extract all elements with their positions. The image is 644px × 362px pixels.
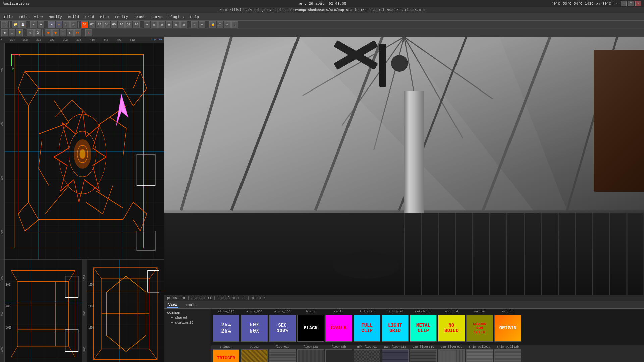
maximize-button[interactable]: □: [628, 1, 634, 6]
tex-item-floor02a: floor02a: [297, 345, 324, 362]
tb-sep3: [46, 22, 47, 28]
tb-sep7: [207, 22, 208, 28]
menu-edit[interactable]: Edit: [16, 14, 30, 20]
tb-redo[interactable]: ↪: [38, 21, 44, 28]
tb-grid2[interactable]: G2: [89, 21, 95, 28]
tex-thumb2-base3[interactable]: [241, 349, 268, 362]
tb2-camera[interactable]: ◉: [1, 29, 8, 36]
menu-grid[interactable]: Grid: [83, 14, 97, 20]
tex-item-base3: base3: [241, 345, 268, 362]
tb-view5[interactable]: ▧: [173, 21, 180, 28]
tex-item-pan-floor01b: pan_floor01b: [410, 345, 437, 362]
ruler-vertical-side: 1000 1100 1200: [82, 260, 87, 362]
tb2-ortho[interactable]: □: [9, 29, 15, 36]
menu-entity[interactable]: Entity: [112, 14, 131, 20]
menu-modify[interactable]: Modify: [46, 14, 65, 20]
tb-save[interactable]: 💾: [19, 21, 26, 28]
tex-thumb-origin[interactable]: ORIGIN: [494, 315, 521, 342]
tex-item-gfx-floor01: gfx_floor01: [354, 345, 380, 362]
tb-cubemap[interactable]: ⬡: [217, 21, 223, 28]
tex-label-origin: origin: [494, 310, 521, 313]
tex-thumb2-thin-wall02b[interactable]: [494, 349, 521, 362]
tb-grid4[interactable]: G4: [103, 21, 110, 28]
tex-thumb-alpha050[interactable]: 50% 50%: [241, 315, 268, 342]
tb-clip[interactable]: ✂: [191, 21, 198, 28]
tree-station15[interactable]: + station15: [166, 320, 210, 325]
tex-thumb2-floor01b[interactable]: [269, 349, 296, 362]
tb-grid5[interactable]: G5: [111, 21, 117, 28]
svg-line-98: [93, 349, 101, 360]
menu-brush[interactable]: Brush: [131, 14, 148, 20]
tb-sep2: [28, 22, 29, 28]
tb2-region[interactable]: ◫: [60, 29, 66, 36]
tex-thumb-caulk[interactable]: CAULK: [325, 315, 352, 342]
tex-thumb-metalclip[interactable]: METAL CLIP: [410, 315, 437, 342]
tb-scale[interactable]: ⤡: [70, 21, 77, 28]
tex-thumb-nobuild[interactable]: NO BUILD: [438, 315, 465, 342]
tex-thumb2-pan-floor01a[interactable]: [382, 349, 409, 362]
menu-plugins[interactable]: Plugins: [166, 14, 186, 20]
tree-shared[interactable]: + shared: [166, 315, 210, 320]
minimize-button[interactable]: ─: [621, 1, 627, 6]
ruler-mark-320: 320: [50, 38, 54, 41]
view-2d-side[interactable]: 1000 1100 1200: [82, 260, 164, 362]
tb2-region2[interactable]: ◧: [67, 29, 74, 36]
tb-rotate[interactable]: ↻: [63, 21, 70, 28]
tex-thumb-alpha025[interactable]: 25% 25%: [213, 315, 239, 342]
tb-view1[interactable]: ⊞: [144, 21, 150, 28]
tb-view6[interactable]: ▨: [180, 21, 187, 28]
tex-item-floor02b: floor02b: [325, 345, 352, 362]
view-2d-front[interactable]: 800 900 1000: [0, 260, 82, 362]
tb-grid1[interactable]: G1: [81, 21, 88, 28]
tex-label2-thin-wall02a: thin_wall02a: [469, 345, 491, 349]
close-button[interactable]: ×: [635, 1, 641, 6]
tb-tex-proj[interactable]: ⊙: [224, 21, 231, 28]
tb2-ungroup[interactable]: ◀▶: [52, 29, 59, 36]
tex-thumb2-thin-wall02a[interactable]: [466, 349, 493, 362]
menu-misc[interactable]: Misc: [97, 14, 111, 20]
menu-view[interactable]: View: [31, 14, 45, 20]
tex-thumb2-pan-floor02b[interactable]: [438, 349, 465, 362]
tb-translate[interactable]: ✛: [56, 21, 62, 28]
tb-grid3[interactable]: G3: [96, 21, 103, 28]
tab-tools[interactable]: Tools: [184, 302, 198, 308]
svg-rect-68: [18, 281, 68, 346]
tb-grid8[interactable]: G8: [133, 21, 140, 28]
tb-rebuild[interactable]: ↺: [231, 21, 238, 28]
tex-thumb-lightgrid[interactable]: LIGHT GRID: [382, 315, 409, 342]
menu-build[interactable]: Build: [65, 14, 82, 20]
tb2-light[interactable]: 💡: [16, 29, 23, 36]
tb-open[interactable]: 📁: [12, 21, 19, 28]
tb-menu-icon[interactable]: ☰: [1, 21, 8, 28]
tex-thumb-fullclip[interactable]: FULL CLIP: [354, 315, 380, 342]
tex-thumb-alpha100[interactable]: SEC 100%: [269, 315, 296, 342]
menu-help[interactable]: Help: [187, 14, 202, 20]
tb-select[interactable]: ▶: [48, 21, 55, 28]
tree-common[interactable]: common: [166, 310, 210, 315]
tex-thumb2-trigger[interactable]: TRIGGER: [213, 349, 239, 362]
tex-thumb2-floor02b[interactable]: [325, 349, 352, 362]
tex-thumb-black[interactable]: BLACK: [297, 315, 324, 342]
tb2-entity-type[interactable]: ⊕: [27, 29, 34, 36]
menu-curve[interactable]: Curve: [149, 14, 165, 20]
tb-vertex[interactable]: ◈: [199, 21, 205, 28]
tb-view2[interactable]: ▥: [151, 21, 158, 28]
view-2d-top[interactable]: 400 500 600 700: [0, 43, 164, 260]
tb2-group[interactable]: ◀▶: [45, 29, 52, 36]
tb2-x[interactable]: X: [85, 29, 92, 36]
tex-thumb2-gfx-floor01[interactable]: [354, 349, 380, 362]
tab-view[interactable]: View: [167, 302, 178, 308]
tb2-animate[interactable]: ▶▶: [74, 29, 81, 36]
tex-thumb2-floor02a[interactable]: [297, 349, 324, 362]
tb-undo[interactable]: ↩: [30, 21, 37, 28]
tex-thumb2-pan-floor01b[interactable]: [410, 349, 437, 362]
tb-texture-lock[interactable]: 🔒: [209, 21, 216, 28]
tex-thumb-nodraw[interactable]: NODRAW NON SOLID: [466, 315, 493, 342]
tb-grid6[interactable]: G6: [118, 21, 125, 28]
tb-view3[interactable]: ▤: [158, 21, 165, 28]
tb-view4[interactable]: ▦: [166, 21, 172, 28]
tb-grid7[interactable]: G7: [125, 21, 132, 28]
menu-file[interactable]: File: [1, 14, 15, 20]
tb2-model[interactable]: 🗋: [34, 29, 41, 36]
viewport-3d[interactable]: [164, 37, 644, 295]
